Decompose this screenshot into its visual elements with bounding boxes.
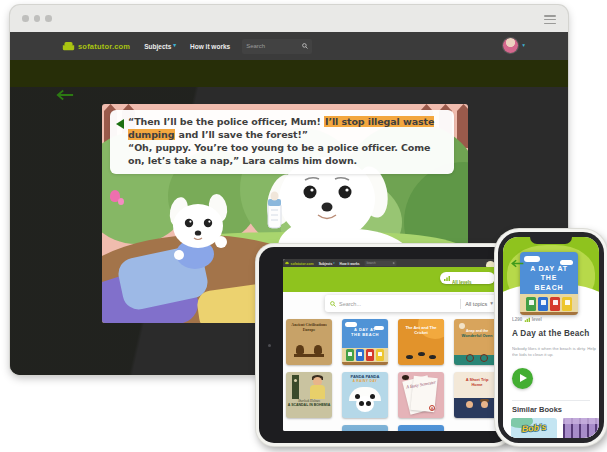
book-cover-anap-and-the-wonderful-oven[interactable]: Anap and theWonderful Oven [454, 319, 500, 365]
phone-screen: A DAY AT THE BEACH L290 level A Day at t… [503, 237, 599, 438]
level-label: level [532, 317, 542, 322]
cover-art [429, 355, 436, 359]
search-input[interactable] [246, 43, 302, 49]
navbar-search [365, 260, 397, 266]
nav-subjects[interactable]: Subjects ▾ [144, 43, 176, 50]
divider [460, 299, 461, 309]
cover-art [294, 354, 324, 357]
book-grid: Ancient CivilisationsEurope A DAY AT THE… [286, 319, 500, 431]
book-cover-a-busy-semester[interactable]: A Busy Semester A [398, 372, 444, 418]
tablet-screen: sofatutor.com Subjects ▾ How it works [283, 259, 503, 431]
back-arrow-icon[interactable] [56, 89, 74, 101]
similar-book-purple[interactable] [563, 418, 599, 438]
levels-icon [444, 276, 450, 281]
play-button[interactable] [512, 368, 533, 389]
cover-art [466, 401, 473, 408]
phone-notch [530, 237, 572, 244]
recycling-bins-art [520, 297, 578, 311]
book-cover-partial[interactable] [342, 425, 388, 431]
phone-bezel: A DAY AT THE BEACH L290 level A Day at t… [498, 232, 604, 443]
top-navbar: sofatutor.com Subjects ▾ How it works ▾ [10, 32, 568, 60]
navbar-search [242, 39, 312, 54]
logo-text: sofatutor.com [78, 42, 130, 51]
book-cover-ancient-civilisations-europe[interactable]: Ancient CivilisationsEurope [286, 319, 332, 365]
cover-art [480, 354, 488, 362]
cover-art [310, 385, 325, 399]
book-cover-a-day-at-the-beach: A DAY AT THE BEACH [520, 252, 578, 315]
cover-art [454, 355, 500, 365]
cover-art [524, 256, 540, 262]
level-code: L290 [512, 317, 522, 322]
cover-art [454, 398, 500, 418]
sofatutor-logo-icon [285, 262, 289, 265]
cover-art [292, 375, 299, 399]
cover-art [406, 355, 413, 359]
tablet-bezel: sofatutor.com Subjects ▾ How it works [259, 247, 509, 443]
chevron-down-icon: ▾ [333, 262, 334, 265]
cover-art [296, 345, 304, 354]
tablet-device: sofatutor.com Subjects ▾ How it works [256, 244, 512, 446]
book-cover-a-short-trip-home[interactable]: A Short Trip Home [454, 372, 500, 418]
all-levels-button[interactable]: All levels [440, 272, 495, 284]
sofatutor-logo[interactable]: sofatutor.com [62, 42, 130, 51]
chevron-down-icon: ▾ [490, 301, 493, 307]
search-icon [302, 43, 308, 49]
phone-book-detail: L290 level A Day at the Beach Nobody lik… [503, 300, 599, 438]
divider [512, 400, 590, 401]
logo-text[interactable]: sofatutor.com [291, 261, 314, 265]
user-avatar[interactable] [503, 38, 518, 53]
book-cover-a-scandal-in-bohemia[interactable]: Sherlock HolmesA Scandal in Bohemia [286, 372, 332, 418]
tablet-camera [268, 344, 271, 347]
story-text-box: “Then I’ll be the police officer, Mum! I… [110, 110, 454, 174]
page-header-band [10, 60, 568, 87]
level-row: L290 level [512, 317, 572, 327]
sofatutor-logo-icon [62, 42, 75, 51]
nav-how-it-works[interactable]: How it works [340, 261, 360, 265]
tablet-navbar: sofatutor.com Subjects ▾ How it works [283, 259, 503, 267]
menu-icon[interactable] [544, 15, 556, 26]
similar-book-bobs[interactable]: Bob’s [511, 418, 557, 438]
topics-dropdown[interactable]: All topics ▾ [465, 301, 493, 307]
search-input[interactable] [366, 262, 393, 265]
window-control-dots[interactable] [22, 15, 52, 22]
search-icon [330, 301, 336, 307]
book-cover-panda-panda-a-rainy-day[interactable]: PANDA PANDAA RAINY DAY [342, 372, 388, 418]
cover-art: A [429, 405, 435, 411]
cover-art [314, 345, 322, 354]
phone-device: A DAY AT THE BEACH L290 level A Day at t… [495, 229, 607, 446]
cover-art [481, 401, 488, 408]
panda-art [356, 396, 374, 412]
search-icon [393, 262, 396, 265]
story-text: “Then I’ll be the police officer, Mum! I… [128, 116, 446, 168]
library-search-input[interactable] [339, 301, 456, 307]
level-icon [524, 317, 530, 322]
book-description: Nobody likes it when the beach is dirty.… [512, 345, 599, 358]
cover-art [466, 354, 474, 362]
back-arrow-icon[interactable] [511, 259, 524, 268]
browser-chrome-bar [10, 5, 568, 32]
book-cover-a-day-at-the-beach[interactable]: A DAY AT THE BEACH [342, 319, 388, 365]
nav-how-it-works[interactable]: How it works [190, 43, 230, 50]
story-pointer-icon[interactable] [116, 119, 124, 129]
library-search-bar: All topics ▾ [325, 295, 498, 312]
cover-title: A DAY AT THE BEACH [520, 264, 578, 292]
chevron-down-icon: ▾ [522, 43, 525, 49]
nav-subjects[interactable]: Subjects ▾ [319, 261, 335, 265]
book-cover-the-ant-and-the-cricket[interactable]: The Ant and The Cricket [398, 319, 444, 365]
recycling-bins-art [342, 349, 388, 361]
chevron-down-icon: ▾ [173, 43, 176, 49]
book-title: A Day at the Beach [512, 329, 589, 338]
book-cover-partial[interactable] [398, 425, 444, 431]
cover-art [418, 352, 425, 356]
similar-books-heading: Similar Books [512, 405, 562, 414]
